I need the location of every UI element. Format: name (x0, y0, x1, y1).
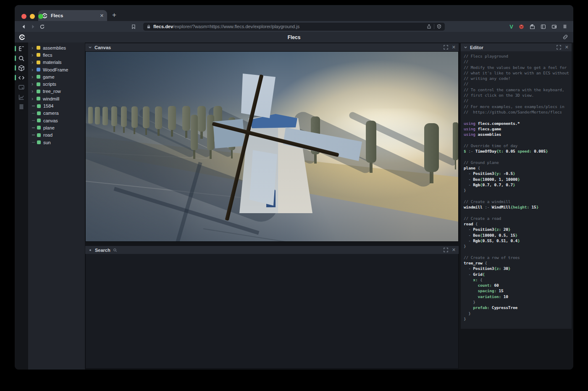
tree-item-scripts[interactable]: ›scripts (28, 80, 85, 87)
tree-item-label: road (43, 132, 52, 137)
extension-red-icon[interactable] (519, 24, 524, 29)
tree-item-label: flecs (43, 53, 52, 58)
maximize-window-button[interactable] (38, 14, 43, 19)
minimize-window-button[interactable] (30, 14, 35, 19)
tree-item-road[interactable]: road (28, 132, 85, 139)
tree-item-plane[interactable]: plane (28, 124, 85, 131)
extensions-area: V (509, 24, 567, 30)
shield-icon[interactable] (437, 24, 441, 29)
tree-model (102, 107, 108, 125)
tree-trunk (158, 128, 160, 136)
search-panel-body[interactable] (85, 254, 459, 369)
stats-icon[interactable] (15, 93, 28, 100)
fullscreen-icon[interactable] (444, 45, 448, 50)
tree-item-assemblies[interactable]: ›assemblies (28, 44, 85, 51)
collapse-caret-icon[interactable] (464, 45, 467, 49)
tree-trunk (171, 129, 173, 137)
menu-icon[interactable] (562, 24, 567, 29)
fullscreen-icon[interactable] (556, 45, 561, 50)
tree-model (143, 106, 150, 129)
close-panel-icon[interactable]: ✕ (452, 45, 456, 50)
tree-item-WoodFrame[interactable]: ›WoodFrame (28, 66, 85, 73)
sidebar-toggle-icon[interactable] (541, 24, 546, 29)
tree-trunk (210, 149, 212, 159)
entity-color-square (37, 82, 40, 86)
leaf-dash-icon (32, 120, 35, 121)
expand-caret-icon[interactable]: › (32, 60, 36, 64)
close-window-button[interactable] (21, 14, 26, 19)
wallet-icon[interactable] (551, 24, 557, 29)
forward-button[interactable] (28, 24, 37, 29)
code-line: using assemblies (464, 132, 572, 137)
collapsed-dot-icon[interactable] (89, 249, 91, 251)
close-panel-icon[interactable]: ✕ (565, 45, 569, 50)
code-line: - Rgb{0.55, 0.51, 0.4} (464, 238, 572, 243)
tree-item-materials[interactable]: ›materials (28, 59, 85, 66)
leaf-dash-icon (32, 135, 35, 135)
entity-tree-icon[interactable] (15, 45, 28, 52)
url-bar[interactable]: flecs.dev/explorer/?wasm=https://www.fle… (143, 23, 445, 31)
reload-button[interactable] (37, 24, 47, 29)
extensions-puzzle-icon[interactable] (530, 24, 535, 29)
script-editor-icon[interactable] (15, 74, 28, 81)
expand-caret-icon[interactable]: › (32, 97, 36, 101)
entity-color-square (37, 126, 41, 129)
code-line: prefab: CypressTree (464, 305, 572, 310)
code-line: // Create a windmill (464, 199, 572, 204)
tree-trunk (430, 171, 434, 183)
entity-color-square (37, 75, 40, 79)
close-panel-icon[interactable]: ✕ (452, 248, 456, 252)
expand-caret-icon[interactable]: › (32, 89, 36, 93)
new-tab-button[interactable]: + (112, 11, 116, 19)
entity-color-square (37, 104, 41, 108)
share-icon[interactable] (427, 24, 431, 29)
code-line: // Create a row of trees (464, 255, 572, 260)
query-search-icon[interactable] (15, 55, 28, 62)
tree-trunk (455, 159, 457, 169)
tab-close-icon[interactable]: ✕ (100, 13, 104, 18)
tree-item-flecs[interactable]: ›flecs (28, 51, 85, 58)
expand-caret-icon[interactable]: › (32, 68, 36, 72)
canvas-3d-icon[interactable] (15, 64, 28, 71)
tree-item-1584[interactable]: 1584 (28, 102, 85, 109)
back-button[interactable] (19, 24, 28, 29)
code-line: plane { (464, 165, 572, 171)
code-line: variation: 10 (464, 294, 572, 299)
editor-code[interactable]: // Flecs playground//// Modify the value… (461, 51, 572, 329)
tree-item-canvas[interactable]: canvas (28, 117, 85, 124)
bookmark-icon[interactable] (129, 24, 138, 29)
tree-item-label: plane (43, 125, 55, 130)
expand-caret-icon[interactable]: › (32, 82, 36, 86)
entity-color-square (37, 68, 40, 71)
share-link-icon[interactable] (562, 34, 568, 40)
scene-3d[interactable] (86, 52, 458, 241)
inspector-icon[interactable] (15, 84, 28, 91)
expand-caret-icon[interactable]: › (32, 53, 36, 57)
code-line: // https://github.com/SanderMertens/flec… (464, 109, 572, 115)
tree-item-tree_row[interactable]: ›tree_row (28, 88, 85, 95)
main-column: Canvas ✕ Search (85, 43, 459, 370)
tree-item-game[interactable]: ›game (28, 73, 85, 80)
collapse-caret-icon[interactable] (88, 45, 92, 49)
browser-tab[interactable]: Flecs ✕ (38, 10, 107, 21)
tree-item-label: sun (43, 140, 51, 145)
canvas-panel-title: Canvas (94, 45, 111, 50)
tree-trunk (231, 149, 233, 159)
code-line: // Ground plane (464, 160, 572, 165)
tree-item-camera[interactable]: camera (28, 110, 85, 117)
tree-model (182, 106, 190, 131)
code-line: // To control the camera with the keyboa… (464, 87, 572, 92)
expand-caret-icon[interactable]: › (32, 46, 36, 50)
tree-item-sun[interactable]: sun (28, 139, 85, 146)
code-line: - Box{10000, 0.5, 15} (464, 232, 572, 238)
commands-icon[interactable] (15, 103, 28, 110)
expand-caret-icon[interactable]: › (32, 75, 36, 79)
tree-model (131, 106, 138, 128)
code-line: - Rgb{0.7, 0.7, 0.7} (464, 182, 572, 188)
extension-v-icon[interactable]: V (509, 24, 513, 30)
tree-item-windmill[interactable]: ›windmill (28, 95, 85, 102)
tree-model (207, 115, 214, 150)
tree-item-label: 1584 (43, 103, 53, 108)
code-line: } (464, 243, 572, 249)
fullscreen-icon[interactable] (444, 248, 448, 252)
